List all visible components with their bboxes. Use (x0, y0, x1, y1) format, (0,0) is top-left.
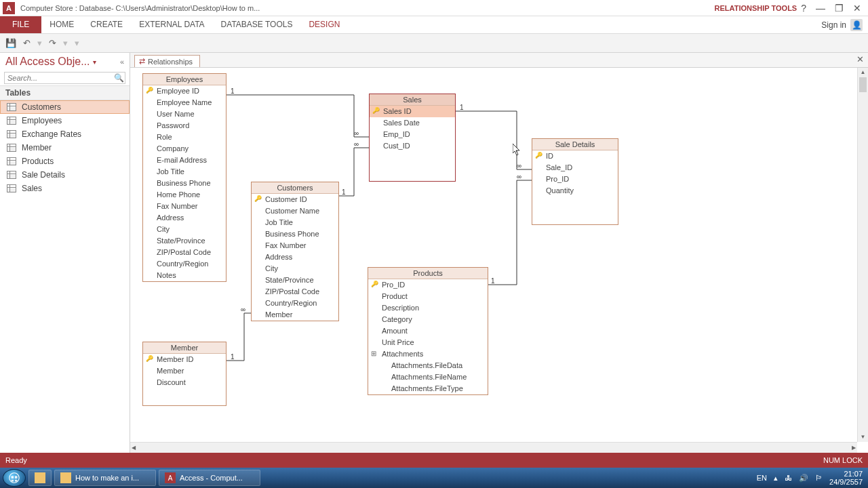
nav-item-member[interactable]: Member (0, 141, 130, 155)
scroll-thumb[interactable] (859, 77, 867, 92)
field-row[interactable]: Quantity (532, 185, 618, 197)
restore-button[interactable]: ❐ (835, 3, 844, 14)
field-row[interactable]: Company (143, 143, 226, 155)
minimize-button[interactable]: — (816, 3, 825, 14)
help-icon[interactable]: ? (801, 3, 806, 14)
field-row[interactable]: ZIP/Postal Code (252, 286, 338, 298)
field-row[interactable]: Attachments (368, 348, 488, 360)
tab-create[interactable]: CREATE (82, 16, 131, 33)
field-row[interactable]: Customer ID (252, 194, 338, 205)
field-row[interactable]: Attachments.FileName (368, 371, 488, 383)
field-row[interactable]: Member (143, 365, 226, 377)
field-row[interactable]: Discount (143, 377, 226, 388)
field-row[interactable]: Emp_ID (370, 129, 455, 140)
nav-item-exchange-rates[interactable]: Exchange Rates (0, 127, 130, 141)
field-row[interactable]: Product (368, 291, 488, 302)
tab-design[interactable]: DESIGN (300, 16, 348, 33)
search-input[interactable] (5, 73, 113, 83)
nav-item-sale-details[interactable]: Sale Details (0, 168, 130, 182)
field-row[interactable]: City (252, 263, 338, 274)
sign-in[interactable]: Sign in 👤 (821, 16, 868, 33)
field-row[interactable]: Sales Date (370, 117, 455, 129)
field-row[interactable]: Job Title (252, 217, 338, 228)
taskbar-item-explorer[interactable]: How to make an i... (54, 470, 156, 486)
nav-search[interactable]: 🔍 (4, 72, 125, 84)
field-row[interactable]: Description (368, 302, 488, 314)
scroll-left-icon[interactable]: ◀ (132, 445, 136, 451)
search-icon[interactable]: 🔍 (113, 73, 125, 83)
table-sale-details[interactable]: Sale DetailsIDSale_IDPro_IDQuantity (532, 138, 618, 225)
field-row[interactable]: State/Province (143, 235, 226, 247)
nav-group-tables[interactable]: Tables (0, 85, 130, 100)
nav-item-sales[interactable]: Sales (0, 182, 130, 195)
vertical-scrollbar[interactable]: ▲ ▼ (857, 68, 868, 442)
field-row[interactable]: User Name (143, 108, 226, 120)
field-row[interactable]: ZIP/Postal Code (143, 247, 226, 258)
start-button[interactable] (3, 469, 26, 487)
field-row[interactable]: Fax Number (143, 201, 226, 212)
clock[interactable]: 21:07 24/9/2557 (829, 470, 863, 486)
network-icon[interactable]: 🖧 (785, 474, 792, 482)
field-row[interactable]: Job Title (143, 166, 226, 178)
table-sales[interactable]: SalesSales IDSales DateEmp_IDCust_ID (369, 94, 456, 182)
nav-item-products[interactable]: Products (0, 155, 130, 168)
relationships-canvas[interactable]: 1∞ 1∞ 1∞ 1∞ 1∞ EmployeesEmployee IDEmplo… (130, 68, 868, 453)
field-row[interactable]: Cust_ID (370, 140, 455, 152)
table-member[interactable]: MemberMember IDMemberDiscount (142, 342, 226, 406)
field-row[interactable]: Country/Region (252, 298, 338, 309)
taskbar-item-access[interactable]: A Access - Comput... (159, 470, 260, 486)
field-row[interactable]: Fax Number (252, 240, 338, 251)
table-customers[interactable]: CustomersCustomer IDCustomer NameJob Tit… (251, 182, 339, 321)
volume-icon[interactable]: 🔊 (799, 474, 808, 483)
tray-chevron-icon[interactable]: ▴ (774, 474, 778, 483)
qat-customize-icon[interactable]: ▾ (75, 38, 79, 48)
nav-header[interactable]: All Access Obje... ▾ « (0, 53, 130, 70)
flag-icon[interactable]: 🏳 (815, 474, 823, 482)
scroll-down-icon[interactable]: ▼ (858, 432, 868, 442)
table-employees[interactable]: EmployeesEmployee IDEmployee NameUser Na… (142, 73, 226, 282)
tab-home[interactable]: HOME (41, 16, 82, 33)
field-row[interactable]: Address (252, 251, 338, 263)
field-row[interactable]: Amount (368, 325, 488, 337)
close-button[interactable]: ✕ (853, 3, 861, 14)
nav-item-employees[interactable]: Employees (0, 114, 130, 127)
field-row[interactable]: Sale_ID (532, 162, 618, 174)
field-row[interactable]: Pro_ID (368, 279, 488, 291)
field-row[interactable]: E-mail Address (143, 155, 226, 166)
nav-item-customers[interactable]: Customers (0, 100, 130, 114)
tab-relationships[interactable]: ⇄ Relationships (134, 55, 200, 67)
field-row[interactable]: Employee Name (143, 97, 226, 108)
redo-icon[interactable]: ↷ (49, 38, 56, 48)
field-row[interactable]: Sales ID (370, 106, 455, 117)
field-row[interactable]: Address (143, 212, 226, 224)
close-tab-icon[interactable]: ✕ (856, 54, 864, 64)
field-row[interactable]: Category (368, 314, 488, 325)
undo-icon[interactable]: ↶ (23, 38, 31, 48)
field-row[interactable]: Employee ID (143, 85, 226, 97)
collapse-pane-icon[interactable]: « (120, 58, 124, 66)
tab-external-data[interactable]: EXTERNAL DATA (131, 16, 212, 33)
scroll-right-icon[interactable]: ▶ (852, 445, 856, 451)
field-row[interactable]: Member (252, 309, 338, 321)
field-row[interactable]: Password (143, 120, 226, 131)
save-icon[interactable]: 💾 (5, 38, 16, 48)
table-products[interactable]: ProductsPro_IDProductDescriptionCategory… (368, 267, 488, 395)
field-row[interactable]: Attachments.FileData (368, 360, 488, 371)
field-row[interactable]: Notes (143, 270, 226, 281)
field-row[interactable]: Unit Price (368, 337, 488, 348)
field-row[interactable]: City (143, 224, 226, 235)
field-row[interactable]: Business Phone (252, 228, 338, 240)
tab-database-tools[interactable]: DATABASE TOOLS (213, 16, 301, 33)
field-row[interactable]: Business Phone (143, 178, 226, 189)
field-row[interactable]: State/Province (252, 274, 338, 286)
field-row[interactable]: Attachments.FileType (368, 383, 488, 394)
horizontal-scrollbar[interactable]: ◀ ▶ (130, 442, 857, 453)
field-row[interactable]: ID (532, 150, 618, 162)
field-row[interactable]: Pro_ID (532, 174, 618, 185)
scroll-up-icon[interactable]: ▲ (858, 68, 868, 77)
field-row[interactable]: Customer Name (252, 205, 338, 217)
tab-file[interactable]: FILE (0, 16, 41, 33)
field-row[interactable]: Role (143, 131, 226, 143)
field-row[interactable]: Member ID (143, 354, 226, 365)
field-row[interactable]: Country/Region (143, 258, 226, 270)
